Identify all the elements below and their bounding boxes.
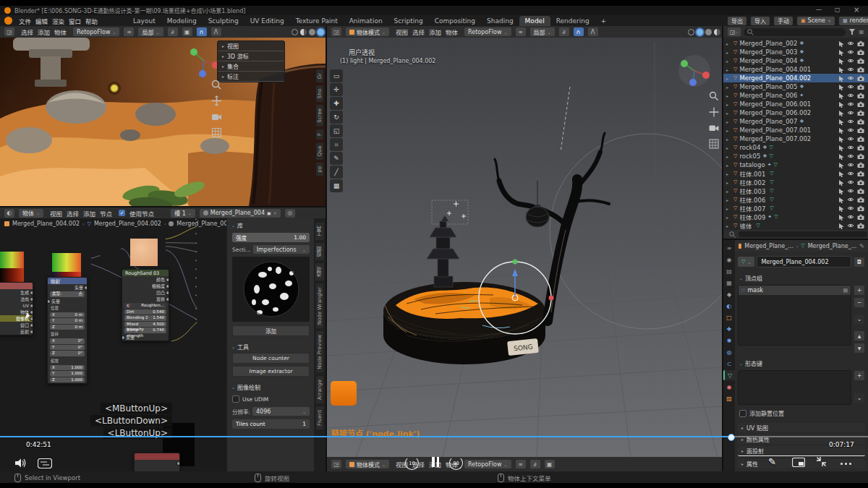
render-camera-icon[interactable] [857,136,864,142]
breadcrumb-modifier[interactable]: Merged_Plane_004.002 [94,221,161,227]
more-options-icon[interactable] [841,463,851,465]
value-field[interactable]: Z0 m [50,325,85,330]
divider[interactable] [0,206,326,207]
value-field[interactable]: Y0° [50,345,85,351]
workspace-tab[interactable]: Sculpting [203,16,244,26]
mode-select[interactable]: 物体模式⌄ [346,460,389,468]
value-field[interactable]: X0° [50,338,85,344]
proportional-edit-icon[interactable]: Λ [211,27,221,36]
shader-type-select[interactable]: 物体⌄ [19,209,43,218]
menu-item[interactable]: 帮助 [83,17,100,25]
object-name[interactable]: 柱体.006 [739,195,765,204]
sidebar-tab[interactable]: Fluent [316,406,323,429]
tool-button[interactable]: ✛ [330,83,343,96]
object-name[interactable]: Merged_Plane_004 [739,57,797,64]
value-field[interactable]: Blending 21.548 [124,315,166,321]
workspace-tab[interactable]: UV Editing [244,16,290,26]
display-mode-icon[interactable]: ◲ ⌄ [728,27,741,36]
use-nodes-checkbox[interactable]: ✓ 使用节点 [119,209,156,218]
add-button[interactable]: 添加 [232,325,310,336]
visibility-eye-icon[interactable] [847,188,854,194]
properties-tab[interactable]: ◉ [724,254,735,265]
tiles-count-field[interactable]: Tiles count1 [232,419,310,429]
shading-material-icon[interactable] [309,29,315,35]
app-menu-icon[interactable] [4,17,12,25]
expand-icon[interactable]: ▸ [726,59,731,64]
value-field[interactable]: Mixed intensity4.500 [124,322,166,328]
render-camera-icon[interactable] [857,40,864,46]
forward-30-button[interactable]: 30 [449,456,463,470]
add-shapekey-button[interactable]: + [854,370,865,381]
object-name[interactable]: Merged_Plane_004.002 [739,74,811,82]
retopoflow-menu[interactable]: RetopoFlow⌄ [464,460,511,468]
rewind-10-button[interactable]: 10 [405,456,419,470]
shading-solid-icon[interactable] [697,29,703,35]
export-button[interactable]: 导出 [728,17,746,25]
shapekey-specials-menu[interactable]: ⌄ [854,393,865,403]
tool-button[interactable]: ⌗ [330,138,343,151]
camera-view-icon[interactable] [709,123,719,133]
menu-item[interactable]: 添加 [81,209,98,218]
outliner-row[interactable]: ▸ ▽ rock04 ❖ ▽ [723,143,868,152]
toggle-grid-icon[interactable] [709,139,719,149]
node-input-row[interactable]: 矢量 [48,298,87,304]
shape-keys-list[interactable] [738,370,851,405]
visibility-eye-icon[interactable] [847,119,854,124]
zoom-icon[interactable] [709,91,719,101]
properties-tab[interactable]: ⊂ [724,359,735,369]
object-name[interactable]: Merged_Plane_005 [739,83,797,90]
sidebar-section[interactable]: ▸视图 [218,41,284,51]
menu-item[interactable]: 视图 [393,27,410,36]
object-name[interactable]: 柱体.007 [739,204,765,213]
shading-rendered-icon[interactable] [714,29,720,35]
link-select-icon[interactable]: ∞ [124,27,134,36]
retopoflow-menu[interactable]: RetopoFlow⌄ [464,27,511,36]
pivot-point-icon[interactable]: ∂ [530,460,540,468]
snap-target-icon[interactable]: ▣ [182,27,192,36]
viewport-canvas[interactable]: SONG [327,38,722,457]
danmaku-icon[interactable] [38,458,52,468]
video-progress-knob[interactable] [728,434,735,441]
properties-tab[interactable]: ◉ [724,382,735,392]
minimize-button[interactable]: — [816,7,822,13]
object-name[interactable]: Merged_Plane_004.001 [739,66,811,73]
selectable-icon[interactable] [838,188,844,194]
expand-icon[interactable]: ▸ [726,85,731,90]
sidebar-tab[interactable]: Sho [316,85,323,102]
properties-tab[interactable]: ◍ [724,347,735,357]
menu-item[interactable]: 编辑 [33,17,50,25]
outliner-row[interactable]: ▸ ▽ Merged_Plane_004.001 ▽ [723,65,868,74]
expand-icon[interactable]: ▸ [726,223,731,228]
selectable-icon[interactable] [838,84,844,90]
material-slot-select[interactable]: 槽 1⌄ [171,209,195,218]
render-camera-icon[interactable] [857,84,864,90]
sidebar-tab[interactable]: Node Wrangler [316,283,323,328]
lock-icon[interactable]: ▤ [843,288,848,294]
value-field[interactable]: Z0° [50,351,85,356]
selectable-icon[interactable] [838,179,844,186]
shield-fake-user-icon[interactable]: ◘ [854,257,865,267]
snap-magnet-icon[interactable]: ∩ [574,27,584,36]
expand-icon[interactable]: ▸ [726,41,731,46]
view-layer-selector[interactable]: ▦render [839,17,868,25]
sidebar-tab[interactable]: 工具 [315,223,324,240]
shape-keys-header[interactable]: ⌄形态键 [735,359,868,367]
selectable-icon[interactable] [838,223,844,229]
selectable-icon[interactable] [838,153,844,160]
render-camera-icon[interactable] [857,119,864,124]
pin-icon[interactable]: ◎ [285,209,295,218]
workspace-tab[interactable]: Modeling [161,16,203,26]
object-name[interactable]: 柱体.003 [739,187,765,195]
workspace-tab[interactable]: Animation [344,16,388,26]
tool-button[interactable]: ▦ [330,179,343,192]
object-name[interactable]: Merged_Plane_007.001 [739,127,811,134]
menu-item[interactable]: 物体 [443,27,460,36]
properties-tab[interactable]: ≡ [724,243,735,253]
properties-tab[interactable]: ◆ [724,289,735,299]
selectable-icon[interactable] [838,101,844,108]
outliner-row[interactable]: ▸ ▽ Merged_Plane_002 ❖ ▽ [723,39,868,48]
mesh-icon-dropdown[interactable]: ▽⌄ [738,257,754,267]
visibility-eye-icon[interactable] [847,136,854,142]
selectable-icon[interactable] [838,197,844,203]
manual-button[interactable]: 手动 [774,17,793,25]
